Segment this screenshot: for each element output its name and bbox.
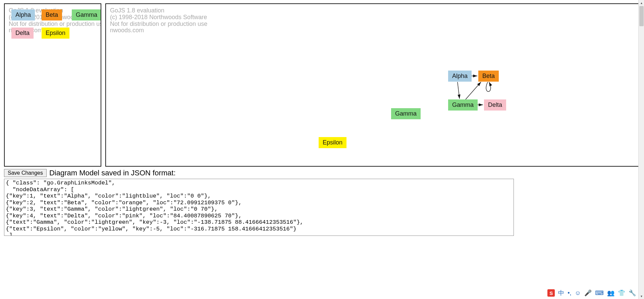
node-beta[interactable]: Beta [478, 71, 499, 82]
watermark-text: GoJS 1.8 evaluation (c) 1998-2018 Northw… [110, 7, 207, 34]
node-delta[interactable]: Delta [11, 28, 34, 39]
diagram-panel[interactable]: GoJS 1.8 evaluation (c) 1998-2018 Northw… [105, 3, 640, 167]
ime-skin-icon[interactable]: 👕 [618, 289, 625, 297]
save-button[interactable]: Save Changes [4, 169, 47, 177]
json-format-label: Diagram Model saved in JSON format: [49, 169, 176, 177]
node-epsilon[interactable]: Epsilon [42, 28, 69, 39]
ime-keyboard-icon[interactable]: ⌨ [595, 289, 604, 297]
ime-settings-icon[interactable]: 🔧 [629, 289, 636, 297]
scroll-thumb[interactable] [639, 6, 644, 26]
node-gamma[interactable]: Gamma [72, 9, 101, 20]
ime-mic-icon[interactable]: 🎤 [584, 289, 592, 297]
node-gamma[interactable]: Gamma [391, 108, 421, 119]
palette-panel[interactable]: GoJS 1.8 evaluation (c) 1998-2018 Northw… [4, 3, 101, 167]
node-beta[interactable]: Beta [42, 9, 62, 20]
node-gamma[interactable]: Gamma [448, 99, 478, 111]
ime-emoji-icon[interactable]: ☺ [575, 290, 581, 297]
ime-toolbar: S 中 •, ☺ 🎤 ⌨ 👥 👕 🔧 [547, 289, 636, 297]
node-delta[interactable]: Delta [484, 99, 506, 111]
sogou-logo-icon: S [547, 289, 555, 297]
node-alpha[interactable]: Alpha [448, 71, 472, 82]
ime-lang-indicator[interactable]: 中 [558, 289, 564, 297]
model-json-textarea[interactable] [4, 179, 514, 236]
ime-punct-icon[interactable]: •, [568, 290, 571, 297]
ime-users-icon[interactable]: 👥 [607, 289, 614, 297]
diagram-links [106, 4, 639, 166]
node-epsilon[interactable]: Epsilon [319, 137, 346, 148]
scroll-down-icon[interactable]: ▾ [639, 293, 644, 299]
node-alpha[interactable]: Alpha [11, 9, 35, 20]
scroll-up-icon[interactable]: ▴ [639, 0, 644, 6]
svg-line-1 [458, 82, 460, 99]
page-scrollbar[interactable]: ▴ ▾ [638, 0, 644, 299]
svg-line-3 [466, 82, 481, 99]
